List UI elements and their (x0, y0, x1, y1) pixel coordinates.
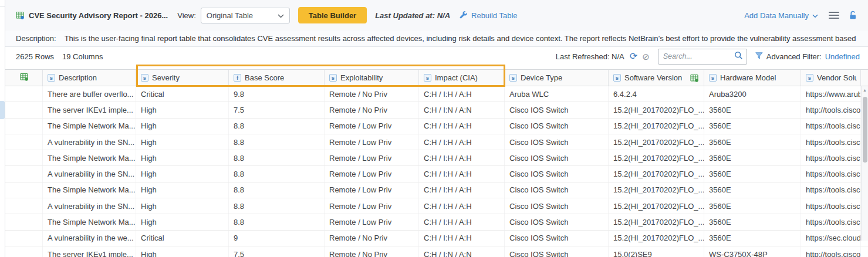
cell-device-type: Cisco IOS Switch (505, 166, 609, 181)
column-header-impact-cia[interactable]: sImpact (CIA) (419, 70, 505, 86)
search-icon[interactable] (734, 51, 743, 62)
cell-impact-cia: C:H / I:N / A:N (419, 246, 505, 257)
cell-exploitability: Remote / Low Priv (325, 134, 419, 150)
row-icon-cell (5, 134, 43, 150)
cell-description: There are buffer overflo... (43, 86, 136, 102)
scroll-up-arrow[interactable]: ▲ (862, 86, 868, 94)
column-header-label: Hardware Model (720, 73, 776, 82)
table-row[interactable]: The Simple Network Ma...High8.8Remote / … (5, 214, 868, 230)
table-icon (690, 74, 698, 82)
cell-exploitability: Remote / No Priv (325, 86, 419, 102)
table-row[interactable]: The Simple Network Ma...High8.8Remote / … (5, 182, 868, 198)
cell-device-type: Cisco IOS Switch (505, 134, 609, 150)
cell-vendor-solution-a: https://tools.cisco. (801, 134, 861, 150)
cell-severity: High (136, 102, 229, 117)
cell-impact-cia: C:H / I:H / A:H (419, 119, 505, 134)
advanced-filter-value[interactable]: Undefined (825, 52, 860, 61)
cell-software-version: 15.2(HI_20170202)FLO_... (609, 182, 704, 198)
cell-base-score: 8.8 (229, 134, 325, 150)
refresh-icon[interactable]: ⟳ (630, 52, 637, 61)
cell-exploitability: Remote / No Priv (325, 231, 419, 246)
table-row[interactable]: A vulnerability in the SN...High8.8Remot… (5, 134, 868, 150)
cell-hardware-model: 3560E (704, 182, 801, 198)
cell-severity: High (136, 166, 229, 181)
column-header-device-type[interactable]: sDevice Type (505, 70, 609, 86)
cell-hardware-model: 3560E (704, 198, 801, 214)
cell-description: A vulnerability in the SN... (43, 134, 136, 150)
cell-description: The server IKEv1 imple... (43, 246, 136, 257)
cell-hardware-model: 3560E (704, 150, 801, 165)
cell-exploitability: Remote / No Priv (325, 102, 419, 117)
cell-vendor-solution-a: https://tools.cisco. (801, 182, 861, 198)
row-icon-cell (5, 214, 43, 229)
report-panel: CVE Security Advisory Report - 2026... V… (5, 0, 868, 257)
scrollbar-thumb[interactable] (863, 97, 867, 163)
table-row[interactable]: The Simple Network Ma...High8.8Remote / … (5, 119, 868, 134)
table-row[interactable]: A vulnerability in the SN...High8.8Remot… (5, 166, 868, 182)
column-header-base-score[interactable]: fBase Score (229, 70, 325, 86)
column-header-exploitability[interactable]: sExploitability (325, 70, 419, 86)
cell-impact-cia: C:H / I:H / A:H (419, 198, 505, 214)
column-header-label: Base Score (245, 73, 284, 82)
add-data-manually-link[interactable]: Add Data Manually (744, 11, 818, 20)
table-row[interactable]: The server IKEv1 imple...High7.5Remote /… (5, 102, 868, 118)
cell-exploitability: Remote / Low Priv (325, 182, 419, 198)
no-refresh-icon[interactable]: ⊘ (642, 52, 650, 61)
cell-software-version: 15.2(HI_20170202)FLO_... (609, 134, 704, 150)
row-icon-cell (5, 246, 43, 257)
column-header-label: Severity (152, 73, 180, 82)
cell-vendor-solution-a: https://tools.cisco. (801, 198, 861, 214)
header-row-icon-cell[interactable] (5, 70, 43, 86)
table-row[interactable]: The Simple Network Ma...High8.8Remote / … (5, 150, 868, 166)
cell-impact-cia: C:H / I:H / A:H (419, 231, 505, 246)
rebuild-table-link[interactable]: Rebuild Table (471, 11, 518, 20)
column-header-software-version[interactable]: sSoftware Version (609, 70, 704, 86)
cell-description: The Simple Network Ma... (43, 150, 136, 165)
row-icon-cell (5, 198, 43, 214)
cell-base-score: 9 (229, 231, 325, 246)
search-input[interactable] (663, 52, 734, 60)
table-row[interactable]: A vulnerability in the SN...High8.8Remot… (5, 198, 868, 214)
cell-vendor-solution-a: https://tools.cisco. (801, 150, 861, 165)
cell-vendor-solution-a: https://tools.cisco. (801, 166, 861, 181)
view-select[interactable]: Original Table (201, 8, 290, 23)
cell-base-score: 7.5 (229, 246, 325, 257)
vertical-scrollbar[interactable]: ▲ (861, 86, 868, 241)
stats-bar: 2625 Rows 19 Columns Last Refreshed: N/A… (5, 47, 868, 66)
column-type-icon: s (329, 74, 337, 82)
report-title: CVE Security Advisory Report - 2026... (29, 11, 168, 20)
cell-base-score: 8.8 (229, 214, 325, 229)
column-type-icon: s (424, 74, 431, 82)
column-header-severity[interactable]: sSeverity (136, 70, 229, 86)
cell-exploitability: Remote / Low Priv (325, 214, 419, 229)
cell-exploitability: Remote / Low Priv (325, 198, 419, 214)
cell-hardware-model: 3560E (704, 119, 801, 134)
columns-count: 19 Columns (62, 52, 103, 61)
cell-impact-cia: C:H / I:H / A:H (419, 182, 505, 198)
column-header-hardware-model[interactable]: sHardware Model (704, 70, 801, 86)
table-icon (16, 11, 24, 19)
table-row[interactable]: There are buffer overflo...Critical9.8Re… (5, 86, 868, 102)
cell-vendor-solution-a: https://tools.cisco. (801, 214, 861, 229)
side-panel-handle[interactable] (0, 101, 5, 119)
view-select-value: Original Table (207, 11, 253, 20)
column-header-description[interactable]: sDescription (43, 70, 136, 86)
table-row[interactable]: The server IKEv1 imple...High7.5Remote /… (5, 246, 868, 257)
menu-icon[interactable] (829, 10, 839, 21)
unlock-icon[interactable] (849, 11, 857, 20)
column-header-label: Vendor Solution A (817, 73, 857, 82)
table-builder-button[interactable]: Table Builder (298, 7, 367, 23)
table-row[interactable]: A vulnerability in the we...Critical9Rem… (5, 231, 868, 246)
cell-description: The Simple Network Ma... (43, 214, 136, 229)
cell-vendor-solution-a: http://tools.cisco.c (801, 246, 861, 257)
cell-base-score: 8.8 (229, 119, 325, 134)
cell-base-score: 9.8 (229, 86, 325, 102)
table-icon (20, 73, 28, 83)
cell-hardware-model: WS-C3750X-48P (704, 246, 801, 257)
cell-device-type: Cisco IOS Switch (505, 119, 609, 134)
cell-description: A vulnerability in the we... (43, 231, 136, 246)
last-updated-text: Last Updated at: N/A (375, 11, 450, 20)
column-type-icon: f (234, 74, 241, 82)
search-box (658, 49, 747, 65)
column-header-vendor-solution-a[interactable]: sVendor Solution A (801, 70, 861, 86)
